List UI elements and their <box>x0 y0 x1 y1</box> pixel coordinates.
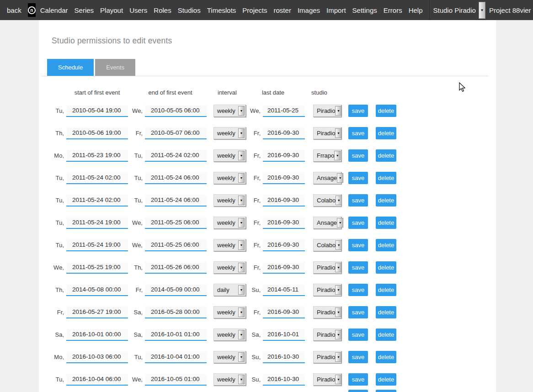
start-datetime-input[interactable] <box>66 374 128 386</box>
interval-select[interactable]: daily ▼ <box>213 284 246 296</box>
chevron-down-icon[interactable]: ▼ <box>238 196 245 205</box>
studio-select[interactable]: Piradio ▼ <box>313 284 341 296</box>
last-date-input[interactable] <box>263 284 305 296</box>
interval-select[interactable]: weekly ▼ <box>213 217 246 229</box>
interval-select[interactable]: weekly ▼ <box>213 328 246 341</box>
studio-select[interactable]: Piradio ▼ <box>313 261 341 274</box>
chevron-down-icon[interactable]: ▼ <box>238 151 245 160</box>
last-date-input[interactable] <box>263 351 305 363</box>
last-date-input[interactable] <box>263 329 305 341</box>
studio-select[interactable]: Studio Piradio ▼ <box>429 0 485 20</box>
delete-button[interactable]: delete <box>376 306 396 318</box>
end-datetime-input[interactable] <box>145 150 207 162</box>
studio-select[interactable]: Ansage ▼ <box>313 217 341 229</box>
nav-item-playout[interactable]: Playout <box>100 6 123 14</box>
end-datetime-input[interactable] <box>145 284 207 296</box>
start-datetime-input[interactable] <box>66 329 128 341</box>
chevron-down-icon[interactable]: ▼ <box>335 307 341 317</box>
start-datetime-input[interactable] <box>66 307 128 318</box>
save-button[interactable]: save <box>348 105 368 117</box>
start-datetime-input[interactable] <box>66 262 128 274</box>
chevron-down-icon[interactable]: ▼ <box>335 352 341 362</box>
nav-item-projects[interactable]: Projects <box>242 6 267 14</box>
start-datetime-input[interactable] <box>66 284 128 296</box>
chevron-down-icon[interactable]: ▼ <box>238 106 245 116</box>
start-datetime-input[interactable] <box>66 172 128 184</box>
delete-button[interactable]: delete <box>376 284 396 296</box>
chevron-down-icon[interactable]: ▼ <box>238 375 245 384</box>
interval-select[interactable]: weekly ▼ <box>213 172 246 184</box>
project-select[interactable]: Project 88vier ▼ <box>485 0 533 20</box>
chevron-down-icon[interactable]: ▼ <box>336 240 342 250</box>
interval-select[interactable]: weekly ▼ <box>213 306 246 318</box>
end-datetime-input[interactable] <box>145 195 207 207</box>
studio-select[interactable]: Frrapo ▼ <box>313 149 341 162</box>
tab-events[interactable]: Events <box>95 59 135 76</box>
nav-item-roster[interactable]: roster <box>274 6 291 14</box>
nav-item-timeslots[interactable]: Timeslots <box>207 6 236 14</box>
save-button[interactable]: save <box>348 127 368 139</box>
delete-button[interactable]: delete <box>376 149 396 162</box>
save-button[interactable]: save <box>348 194 368 207</box>
save-button[interactable]: save <box>348 217 368 229</box>
chevron-down-icon[interactable]: ▼ <box>335 128 341 138</box>
chevron-down-icon[interactable]: ▼ <box>335 330 341 339</box>
chevron-down-icon[interactable]: ▼ <box>238 218 245 228</box>
interval-select[interactable]: weekly ▼ <box>213 149 246 162</box>
delete-button[interactable]: delete <box>376 172 396 184</box>
end-datetime-input[interactable] <box>145 262 207 274</box>
delete-button[interactable]: delete <box>376 239 396 251</box>
chevron-down-icon[interactable]: ▼ <box>335 263 341 272</box>
end-datetime-input[interactable] <box>145 172 207 184</box>
last-date-input[interactable] <box>263 105 305 117</box>
last-date-input[interactable] <box>263 262 305 274</box>
nav-item-help[interactable]: Help <box>409 6 423 14</box>
chevron-down-icon[interactable]: ▼ <box>238 285 245 295</box>
end-datetime-input[interactable] <box>145 351 207 363</box>
clipped-next-row-delete-button[interactable] <box>376 390 396 392</box>
interval-select[interactable]: weekly ▼ <box>213 239 246 251</box>
interval-select[interactable]: weekly ▼ <box>213 194 246 207</box>
end-datetime-input[interactable] <box>145 329 207 341</box>
chevron-down-icon[interactable]: ▼ <box>334 151 341 160</box>
tab-schedule[interactable]: Schedule <box>47 59 94 76</box>
studio-select[interactable]: Piradio ▼ <box>313 127 341 139</box>
chevron-down-icon[interactable]: ▼ <box>238 173 245 183</box>
nav-item-calendar[interactable]: Calendar <box>40 6 68 14</box>
nav-back-link[interactable]: back <box>7 6 21 14</box>
start-datetime-input[interactable] <box>66 351 128 363</box>
nav-item-images[interactable]: Images <box>298 6 320 14</box>
last-date-input[interactable] <box>263 374 305 386</box>
studio-select[interactable]: Ansage ▼ <box>313 172 341 184</box>
last-date-input[interactable] <box>263 217 305 229</box>
end-datetime-input[interactable] <box>145 217 207 229</box>
start-datetime-input[interactable] <box>66 239 128 251</box>
end-datetime-input[interactable] <box>145 127 207 139</box>
chevron-down-icon[interactable]: ▼ <box>238 263 245 272</box>
nav-item-roles[interactable]: Roles <box>154 6 171 14</box>
last-date-input[interactable] <box>263 172 305 184</box>
last-date-input[interactable] <box>263 150 305 162</box>
chevron-down-icon[interactable]: ▼ <box>238 128 245 138</box>
delete-button[interactable]: delete <box>376 105 396 117</box>
last-date-input[interactable] <box>263 307 305 318</box>
delete-button[interactable]: delete <box>376 328 396 341</box>
nav-item-series[interactable]: Series <box>75 6 94 14</box>
save-button[interactable]: save <box>348 149 368 162</box>
chevron-down-icon[interactable]: ▼ <box>337 218 343 228</box>
start-datetime-input[interactable] <box>66 105 128 117</box>
chevron-down-icon[interactable]: ▼ <box>479 2 485 19</box>
end-datetime-input[interactable] <box>145 374 207 386</box>
start-datetime-input[interactable] <box>66 217 128 229</box>
save-button[interactable]: save <box>348 261 368 274</box>
start-datetime-input[interactable] <box>66 127 128 139</box>
end-datetime-input[interactable] <box>145 105 207 117</box>
save-button[interactable]: save <box>348 239 368 251</box>
chevron-down-icon[interactable]: ▼ <box>336 196 342 205</box>
save-button[interactable]: save <box>348 306 368 318</box>
delete-button[interactable]: delete <box>376 351 396 363</box>
nav-item-studios[interactable]: Studios <box>178 6 201 14</box>
chevron-down-icon[interactable]: ▼ <box>335 285 341 295</box>
last-date-input[interactable] <box>263 239 305 251</box>
save-button[interactable]: save <box>348 351 368 363</box>
